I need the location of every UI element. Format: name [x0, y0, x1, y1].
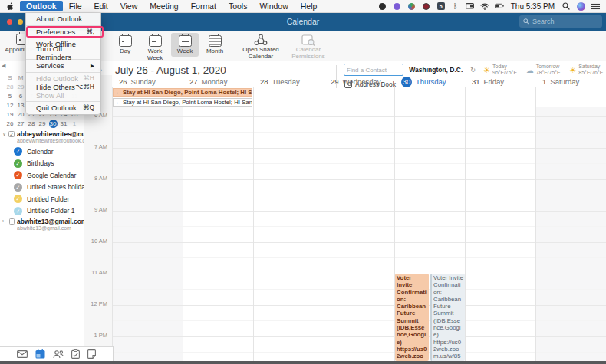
- day-header-saturday[interactable]: 1Saturday: [535, 76, 606, 87]
- mini-calendar-day[interactable]: 5: [5, 93, 15, 100]
- menu-bar-clock[interactable]: Thu 5:35 PM: [511, 2, 555, 11]
- menubar-item-view[interactable]: View: [114, 1, 144, 11]
- mini-calendar-day[interactable]: 28: [26, 120, 37, 127]
- mini-calendar-day[interactable]: 29: [37, 120, 48, 127]
- timed-event[interactable]: Voter Invite Confirmation: Caribbean Fut…: [395, 274, 429, 361]
- half-hour-line: [112, 226, 606, 227]
- account-checkbox[interactable]: [9, 218, 15, 225]
- menubar-item-tools[interactable]: Tools: [222, 1, 254, 11]
- weather-text: Tomorrow78°F/75°F: [536, 64, 561, 76]
- menu-separator: [26, 101, 100, 102]
- mini-calendar-day[interactable]: 6: [15, 93, 26, 100]
- menubar-item-window[interactable]: Window: [253, 1, 294, 11]
- calendar-permissions-icon: [301, 34, 315, 47]
- account-checkbox[interactable]: ✓: [8, 131, 15, 137]
- day-name: Thursday: [416, 77, 446, 86]
- day-header-wednesday[interactable]: 29Wednesday: [324, 76, 394, 87]
- sidebar-item-united-states-holidays[interactable]: ✓United States holidays: [14, 183, 92, 192]
- sidebar-item-calendar[interactable]: ✓Calendar: [14, 147, 54, 156]
- account-header[interactable]: ›abwhite13@gmail.comabwhite13@gmail.com: [0, 218, 84, 231]
- account-header[interactable]: ∨✓abbeywhitewrites@outlo...abbeywhitewri…: [0, 130, 84, 143]
- allday-event[interactable]: ←Stay at HI San Diego, Point Loma Hostel…: [113, 88, 252, 97]
- timed-event[interactable]: Voter Invite Confirmation: Caribbean Fut…: [430, 274, 465, 361]
- day-header-thursday[interactable]: 30Thursday: [394, 76, 465, 87]
- spotlight-icon[interactable]: [562, 2, 571, 11]
- menu-item-quit-outlook[interactable]: Quit Outlook⌘Q: [26, 103, 100, 113]
- menu-item-preferences[interactable]: Preferences...⌘,: [26, 28, 100, 37]
- continues-left-icon: ←: [115, 89, 121, 96]
- menu-item-hide-others[interactable]: Hide Others⌥⌘H: [26, 83, 100, 91]
- time-label: 8 AM: [83, 175, 107, 182]
- menu-item-label: About Outlook: [36, 15, 82, 23]
- app-icon-purple[interactable]: [393, 2, 402, 11]
- sidebar-item-untitled-folder-1[interactable]: ✓Untitled Folder 1: [14, 207, 74, 215]
- menubar-item-format[interactable]: Format: [185, 1, 222, 11]
- moon-icon[interactable]: [378, 2, 387, 11]
- apple-menu-icon[interactable]: [0, 2, 20, 11]
- mini-calendar-day[interactable]: 28: [5, 84, 15, 90]
- weather-refresh-icon[interactable]: ↻: [470, 67, 476, 74]
- allday-event[interactable]: ←Stay at HI San Diego, Point Loma Hostel…: [113, 98, 252, 107]
- view-button-work-week[interactable]: Work Week: [141, 33, 169, 63]
- half-hour-line: [112, 195, 606, 195]
- menubar-item-meeting[interactable]: Meeting: [143, 1, 184, 11]
- menu-item-services[interactable]: Services▶: [26, 61, 100, 71]
- menubar-item-outlook[interactable]: Outlook: [20, 1, 63, 11]
- sidebar-item-untitled-folder[interactable]: ✓Untitled Folder: [14, 195, 69, 203]
- chevron-right-icon[interactable]: ›: [2, 218, 7, 224]
- menu-item-turn-off-reminders[interactable]: Turn Off Reminders: [26, 49, 100, 58]
- day-header-sunday[interactable]: 26Sunday: [112, 76, 183, 87]
- day-header-tuesday[interactable]: 28Tuesday: [253, 76, 324, 87]
- view-button-day[interactable]: Day: [111, 33, 139, 57]
- view-button-month[interactable]: Month: [201, 33, 229, 57]
- mini-calendar-day[interactable]: 20: [15, 111, 26, 118]
- day-header-monday[interactable]: 27Monday: [183, 76, 253, 87]
- display-icon[interactable]: [466, 2, 475, 11]
- day-name: Sunday: [131, 77, 156, 86]
- bluetooth-icon[interactable]: ᛒ: [451, 2, 460, 11]
- mini-calendar-prev-icon[interactable]: ◀: [2, 63, 5, 69]
- view-button-label: Week: [177, 48, 193, 55]
- calendar-icon[interactable]: [35, 349, 45, 359]
- mini-calendar-day[interactable]: 26: [5, 120, 15, 127]
- allday-event-title: Stay at HI San Diego, Point Loma Hostel;…: [123, 89, 252, 96]
- notes-icon[interactable]: [87, 349, 96, 359]
- mini-calendar-day[interactable]: 31: [58, 120, 69, 127]
- menubar-item-help[interactable]: Help: [295, 1, 324, 11]
- mini-calendar-day[interactable]: 30: [48, 120, 58, 127]
- sidebar-item-birthdays[interactable]: ✓Birthdays: [14, 159, 54, 168]
- search-field[interactable]: Search: [519, 15, 602, 28]
- app-icon-red[interactable]: [422, 2, 431, 11]
- mini-calendar-day[interactable]: 19: [5, 111, 15, 118]
- half-hour-line: [112, 132, 606, 133]
- find-a-contact-input[interactable]: [344, 64, 403, 76]
- menubar-item-edit[interactable]: Edit: [88, 1, 114, 11]
- calendar-color-icon: ✓: [14, 207, 22, 215]
- open-shared-calendar-button[interactable]: Open Shared Calendar: [239, 34, 282, 60]
- sidebar-item-google-calendar[interactable]: ✓Google Calendar: [14, 171, 76, 179]
- menu-item-about-outlook[interactable]: About Outlook: [26, 15, 100, 24]
- mini-calendar-day[interactable]: 29: [15, 84, 26, 90]
- mini-calendar-day[interactable]: 13: [15, 102, 26, 109]
- chevron-down-icon[interactable]: ∨: [2, 131, 6, 137]
- contacts-icon[interactable]: [53, 350, 64, 359]
- day-header-friday[interactable]: 31Friday: [465, 76, 535, 87]
- app-icon-pinwheel[interactable]: [407, 2, 417, 11]
- notification-center-icon[interactable]: [591, 2, 600, 11]
- view-button-week[interactable]: Week: [171, 33, 199, 57]
- siri-icon[interactable]: [576, 2, 585, 11]
- mail-icon[interactable]: [17, 350, 28, 358]
- wifi-icon[interactable]: [480, 2, 489, 11]
- battery-icon[interactable]: [495, 2, 504, 11]
- half-hour-line: [112, 289, 606, 290]
- hour-line: [112, 148, 606, 149]
- mini-calendar-day[interactable]: 12: [5, 102, 15, 109]
- tasks-icon[interactable]: [71, 349, 80, 359]
- badge-5-icon[interactable]: 5: [436, 2, 446, 11]
- menu-item-shortcut: ⌘Q: [83, 103, 94, 111]
- mini-calendar-day[interactable]: 27: [15, 120, 26, 127]
- mini-calendar-day[interactable]: 1: [69, 120, 80, 127]
- menu-item-label: Turn Off Reminders: [36, 44, 94, 61]
- menubar-item-file[interactable]: File: [63, 1, 88, 11]
- menu-item-shortcut: ⌘H: [83, 74, 94, 82]
